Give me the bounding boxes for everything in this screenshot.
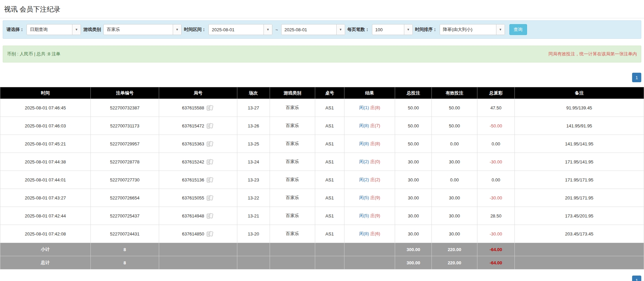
view-cards-icon[interactable] — [206, 195, 214, 201]
total-bet-link[interactable]: 50.00 — [395, 99, 432, 117]
view-cards-icon[interactable] — [206, 177, 214, 183]
session-cell: 13-26 — [237, 117, 270, 135]
note-cell: 203.45/173.45 — [514, 225, 644, 243]
view-cards-icon[interactable] — [206, 231, 214, 237]
view-cards-icon[interactable] — [206, 159, 214, 165]
game-type-cell: 百家乐 — [270, 99, 315, 117]
note-cell: 171.95/171.95 — [514, 171, 644, 189]
total-bet-link[interactable]: 50.00 — [395, 135, 432, 153]
column-header-payout: 总派彩 — [477, 87, 515, 99]
round-cell: 637615363 — [159, 135, 237, 153]
view-cards-icon[interactable] — [206, 123, 214, 129]
pagination-bottom: 1 — [0, 276, 644, 281]
view-cards-icon[interactable] — [206, 141, 214, 147]
note-cell: 201.95/171.95 — [514, 189, 644, 207]
valid-bet-cell: 0.00 — [432, 171, 477, 189]
chevron-down-icon[interactable]: ▼ — [404, 24, 412, 35]
valid-bet-cell: 30.00 — [432, 225, 477, 243]
banker-result: 庄(7) — [370, 123, 380, 128]
view-cards-icon[interactable] — [206, 105, 214, 111]
table-no-cell: AS1 — [315, 99, 344, 117]
date-to-select[interactable]: 2025-08-01 ▼ — [281, 24, 345, 35]
total-bet-link[interactable]: 30.00 — [395, 207, 432, 225]
column-header-total-bet: 总投注 — [395, 87, 432, 99]
page-button-1[interactable]: 1 — [632, 276, 641, 281]
player-result: 闲(1) — [359, 105, 369, 110]
table-row: 2025-08-01 07:46:45 522700732387 6376155… — [0, 99, 644, 117]
column-header-valid-bet: 有效投注 — [432, 87, 477, 99]
table-row: 2025-08-01 07:46:03 522700731173 6376154… — [0, 117, 644, 135]
date-from-select[interactable]: 2025-08-01 ▼ — [208, 24, 272, 35]
note-cell: 141.95/91.95 — [514, 117, 644, 135]
total-bet-link[interactable]: 50.00 — [395, 117, 432, 135]
bet-time-cell: 2025-08-01 07:43:27 — [0, 189, 91, 207]
bet-id-cell: 522700731173 — [90, 117, 159, 135]
round-id: 637615472 — [182, 123, 204, 128]
subtotal-valid-bet: 220.00 — [432, 243, 477, 256]
game-type-cell: 百家乐 — [270, 135, 315, 153]
round-id: 637615363 — [182, 141, 204, 146]
round-id: 637615136 — [182, 177, 204, 182]
bet-id-cell: 522700727730 — [90, 171, 159, 189]
chevron-down-icon[interactable]: ▼ — [264, 24, 272, 35]
total-bet-link[interactable]: 30.00 — [395, 171, 432, 189]
round-id: 637615588 — [182, 105, 204, 110]
column-header-time: 时间 — [0, 87, 91, 99]
subtotal-payout: -64.00 — [477, 243, 515, 256]
bet-id-cell: 522700729957 — [90, 135, 159, 153]
bet-time-cell: 2025-08-01 07:42:08 — [0, 225, 91, 243]
table-no-cell: AS1 — [315, 189, 344, 207]
result-cell: 闲(8)庄(6) — [344, 225, 395, 243]
sort-select[interactable]: 降幂(由大到小) ▼ — [440, 24, 505, 35]
game-type-select[interactable]: 百家乐 ▼ — [103, 24, 182, 35]
chevron-down-icon[interactable]: ▼ — [496, 24, 505, 35]
total-valid-bet: 220.00 — [432, 256, 477, 269]
chevron-down-icon[interactable]: ▼ — [72, 24, 81, 35]
subtotal-count: 8 — [90, 243, 159, 256]
page-size-select[interactable]: 100 ▼ — [372, 24, 413, 35]
total-bet-link[interactable]: 30.00 — [395, 153, 432, 171]
search-button[interactable]: 查询 — [509, 24, 527, 35]
bet-time-cell: 2025-08-01 07:45:21 — [0, 135, 91, 153]
page-button-1[interactable]: 1 — [632, 73, 641, 82]
total-bet-link[interactable]: 30.00 — [395, 225, 432, 243]
round-cell: 637614948 — [159, 207, 237, 225]
table-row: 2025-08-01 07:42:44 522700725437 6376149… — [0, 207, 644, 225]
payout-cell: 28.50 — [477, 207, 515, 225]
round-cell: 637615242 — [159, 153, 237, 171]
view-cards-icon[interactable] — [206, 213, 214, 219]
query-type-select[interactable]: 日期查询 ▼ — [27, 24, 81, 35]
payout-cell: 0.00 — [477, 171, 515, 189]
total-bet-link[interactable]: 30.00 — [395, 189, 432, 207]
round-cell: 637614850 — [159, 225, 237, 243]
result-cell: 闲(2)庄(0) — [344, 153, 395, 171]
valid-bet-cell: 50.00 — [432, 117, 477, 135]
chevron-down-icon[interactable]: ▼ — [173, 24, 181, 35]
grand-total-row: 总计 8 300.00 220.00 -64.00 — [0, 256, 644, 269]
banker-result: 庄(8) — [370, 105, 380, 110]
game-type-cell: 百家乐 — [270, 153, 315, 171]
round-cell: 637615055 — [159, 189, 237, 207]
result-cell: 闲(5)庄(9) — [344, 207, 395, 225]
chevron-down-icon[interactable]: ▼ — [336, 24, 345, 35]
banker-result: 庄(0) — [370, 159, 380, 164]
footer-empty-cell — [344, 243, 395, 256]
player-result: 闲(2) — [359, 177, 369, 182]
page-title: 视讯 会员下注纪录 — [0, 0, 644, 18]
page-size-label: 每页笔数： — [348, 27, 370, 33]
game-type-cell: 百家乐 — [270, 171, 315, 189]
payout-cell: -30.00 — [477, 153, 515, 171]
table-row: 2025-08-01 07:44:38 522700728778 6376152… — [0, 153, 644, 171]
player-result: 闲(2) — [359, 159, 369, 164]
payout-cell: -30.00 — [477, 189, 515, 207]
player-result: 闲(5) — [359, 213, 369, 218]
bet-id-cell: 522700732387 — [90, 99, 159, 117]
footer-empty-cell — [344, 256, 395, 269]
time-range-label: 时间区间： — [184, 27, 206, 33]
banker-result: 庄(9) — [370, 195, 380, 200]
round-id: 637615055 — [182, 195, 204, 200]
session-cell: 13-21 — [237, 207, 270, 225]
table-no-cell: AS1 — [315, 135, 344, 153]
table-row: 2025-08-01 07:45:21 522700729957 6376153… — [0, 135, 644, 153]
table-no-cell: AS1 — [315, 117, 344, 135]
